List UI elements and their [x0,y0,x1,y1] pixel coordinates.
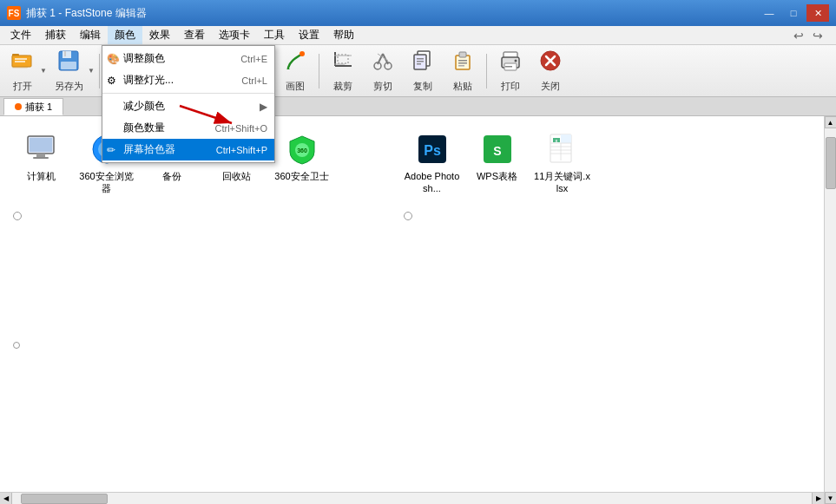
cut-button[interactable]: 剪切 [364,48,402,95]
svg-rect-45 [458,65,464,67]
menu-help[interactable]: 帮助 [326,26,361,44]
computer-icon [24,132,59,167]
svg-text:S: S [493,144,501,158]
open-group: 打开 ▼ [3,48,47,95]
draw-label: 画图 [286,80,305,93]
scroll-thumb-h[interactable] [21,494,108,504]
menu-view[interactable]: 查看 [177,26,212,44]
menu-edit[interactable]: 编辑 [73,26,108,44]
menu-capture[interactable]: 捕获 [38,26,73,44]
desktop-icon-computer[interactable]: 计算机 [9,125,74,202]
menu-color[interactable]: 颜色 [108,26,142,44]
svg-point-25 [300,51,305,56]
scroll-left-button[interactable]: ◀ [0,493,12,505]
desktop-icon-excel[interactable]: x 11月关键词.xlsx [530,125,595,202]
recycle-label: 回收站 [222,170,251,182]
close-file-icon [538,49,563,78]
photoshop-icon: Ps [415,132,450,167]
svg-rect-56 [36,154,45,157]
computer-label: 计算机 [27,170,56,182]
svg-rect-42 [459,52,466,57]
svg-rect-10 [61,62,76,69]
excel-label: 11月关键词.xlsx [533,170,591,195]
scroll-track-v [825,128,836,492]
menu-bar: 文件 捕获 编辑 颜色 效果 查看 选项卡 工具 设置 帮助 ↩ ↪ [0,26,836,45]
menu-item-color-count[interactable]: 颜色数量 Ctrl+Shift+O [102,117,274,139]
print-label: 打印 [501,80,520,93]
menu-item-reduce-color[interactable]: 减少颜色 ▶ [102,95,274,117]
menu-divider-1 [102,93,274,94]
scroll-down-button[interactable]: ▼ [825,492,837,504]
svg-rect-9 [64,51,66,56]
cut-label: 剪切 [373,80,392,93]
desktop-icon-photoshop[interactable]: Ps Adobe Photosh... [399,125,464,202]
save-icon [56,49,81,78]
scroll-up-button[interactable]: ▲ [825,116,837,128]
close-file-label: 关闭 [541,80,560,93]
svg-text:360: 360 [297,147,307,154]
redo-button[interactable]: ↪ [810,29,826,43]
draw-icon [283,49,307,78]
undo-button[interactable]: ↩ [791,29,806,43]
crop-icon [331,49,355,78]
file-area: 计算机 360 360安全浏览器 [0,116,824,504]
capture-dot [15,103,22,110]
saveas-button[interactable]: 另存为 [49,48,89,95]
svg-rect-43 [458,60,467,62]
menu-effects[interactable]: 效果 [142,26,177,44]
menu-item-color-picker[interactable]: ✏ 屏幕拾色器 Ctrl+Shift+P [102,139,274,160]
saveas-group: 另存为 ▼ [49,48,95,95]
saveas-dropdown-arrow[interactable]: ▼ [88,67,95,75]
menu-item-adjust-light[interactable]: ⚙ 调整灯光... Ctrl+L [102,69,274,91]
cut-icon [371,49,395,78]
menu-item-adjust-color[interactable]: 🎨 调整颜色 Ctrl+E [102,48,274,69]
toolbar-sep-3 [486,54,487,88]
minimize-button[interactable]: — [758,4,780,22]
draw-button[interactable]: 画图 [276,48,314,95]
menu-tools[interactable]: 工具 [257,26,292,44]
menu-file[interactable]: 文件 [3,26,38,44]
menu-settings[interactable]: 设置 [292,26,326,44]
paste-button[interactable]: 粘贴 [444,48,482,95]
copy-button[interactable]: 复制 [404,48,442,95]
menu-bar-wrapper: 文件 捕获 编辑 颜色 效果 查看 选项卡 工具 设置 帮助 ↩ ↪ 🎨 调整颜… [0,26,836,45]
main-area: 计算机 360 360安全浏览器 [0,116,836,504]
capture-tab-1[interactable]: 捕获 1 [3,98,63,115]
desktop-icon-wps[interactable]: S WPS表格 [464,125,530,202]
title-bar: FS 捕获 1 - FastStone 编辑器 — □ ✕ [0,0,836,26]
crop-button[interactable]: 裁剪 [324,48,362,95]
svg-rect-8 [63,51,71,58]
scroll-right-button[interactable]: ▶ [812,493,824,505]
guard360-label: 360安全卫士 [274,170,328,182]
svg-rect-57 [33,157,49,159]
open-label: 打开 [13,80,32,93]
close-button[interactable]: ✕ [806,4,829,22]
close-file-button[interactable]: 关闭 [531,48,569,95]
scroll-thumb-v[interactable] [826,137,836,189]
open-icon [10,49,35,78]
canvas-circle-3 [13,342,20,349]
app-icon: FS [7,6,21,20]
svg-text:x: x [555,138,557,143]
scrollbar-v: ▲ ▼ [824,116,836,504]
scroll-track-h [12,493,812,504]
menu-tabs[interactable]: 选项卡 [212,26,257,44]
svg-rect-6 [15,61,25,62]
svg-rect-40 [417,63,421,65]
submenu-arrow-icon: ▶ [260,101,267,113]
print-button[interactable]: 打印 [491,48,530,95]
svg-rect-77 [561,134,571,143]
open-dropdown-arrow[interactable]: ▼ [40,67,47,75]
undo-redo-group: ↩ ↪ [791,29,833,43]
window-controls: — □ ✕ [758,4,829,22]
excel-icon: x [545,132,580,167]
maximize-button[interactable]: □ [782,4,805,22]
tab-label: 捕获 1 [25,101,52,114]
crop-label: 裁剪 [333,80,352,93]
backup-label: 备份 [162,170,181,182]
color-dropdown: 🎨 调整颜色 Ctrl+E ⚙ 调整灯光... Ctrl+L 减少颜色 ▶ 颜色… [102,45,275,163]
open-button[interactable]: 打开 [3,48,42,95]
desktop-icon-360guard[interactable]: 360 360安全卫士 [269,125,334,202]
copy-label: 复制 [413,80,432,93]
photoshop-label: Adobe Photosh... [403,170,461,195]
